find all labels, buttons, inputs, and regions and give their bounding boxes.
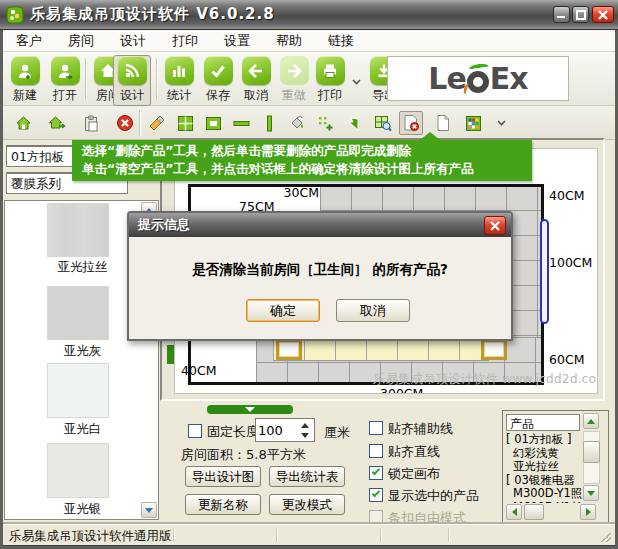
home-icon[interactable] [11, 111, 35, 135]
product-item[interactable]: M600D-Y1长 [506, 501, 582, 504]
tool-hint-tooltip: 选择“删除产品”工具，然后单击需要删除的产品即完成删除 单击“清空产品”工具，并… [72, 140, 532, 181]
product-list[interactable]: [ 01方扣板 ] 幻彩浅黄 亚光拉丝 [ 03银雅电器 M300D-Y1照 M… [506, 433, 582, 503]
export-design-button[interactable]: 导出设计图 [185, 466, 261, 487]
resize-grip[interactable] [601, 532, 611, 542]
product-scrollbar-thumb[interactable] [583, 441, 600, 463]
frame-icon[interactable] [201, 111, 225, 135]
scroll-down-button[interactable] [141, 502, 157, 518]
dialog-close-button[interactable] [484, 216, 506, 235]
design-button[interactable]: 设计 [113, 55, 151, 106]
vertical-bar-icon[interactable] [257, 111, 281, 135]
menu-bar: 客户 房间 设计 打印 设置 帮助 链接 [3, 30, 615, 52]
chevron-down-icon[interactable] [493, 111, 509, 135]
product-category[interactable]: [ 01方扣板 ] [506, 433, 582, 447]
menu-customer[interactable]: 客户 [3, 30, 55, 52]
product-item[interactable]: M300D-Y1照 [506, 487, 582, 501]
length-input[interactable] [258, 420, 296, 440]
arrow-left-icon [242, 56, 271, 85]
fixed-length-checkbox[interactable] [188, 424, 202, 438]
open-button[interactable]: 打开 [46, 56, 84, 104]
splitter-handle-vertical[interactable] [167, 345, 174, 364]
swatch-partial[interactable] [47, 519, 109, 520]
undo-button[interactable]: 取消 [237, 56, 275, 104]
swatch-matte-gray[interactable] [47, 286, 109, 340]
product-item[interactable]: 幻彩浅黄 [506, 447, 582, 461]
ok-button[interactable]: 确定 [246, 299, 320, 322]
title-bar: 乐易集成吊顶设计软件 V6.0.2.8 [0, 0, 618, 30]
swatch-label: 亚光灰 [5, 343, 159, 360]
swatch-matte-silver[interactable] [47, 443, 109, 498]
select-arrow-icon[interactable] [341, 111, 365, 135]
toolbar-separator [85, 58, 86, 100]
spin-up-icon[interactable] [298, 420, 312, 430]
open-person-icon [51, 56, 80, 85]
menu-print[interactable]: 打印 [159, 30, 211, 52]
product-header-field[interactable]: 产品 [506, 414, 580, 431]
minimize-button[interactable] [553, 6, 570, 23]
menu-links[interactable]: 链接 [315, 30, 367, 52]
palette-grid-icon[interactable] [461, 111, 485, 135]
show-selected-checkbox[interactable] [369, 488, 383, 502]
stop-icon[interactable] [113, 111, 137, 135]
close-button[interactable] [592, 6, 614, 23]
product-scroll-right-button[interactable] [580, 504, 596, 520]
dim-label: 40CM [549, 188, 584, 203]
dim-label: 100CM [549, 255, 592, 270]
save-button[interactable]: 保存 [199, 56, 237, 104]
length-stepper [255, 418, 315, 442]
menu-help[interactable]: 帮助 [263, 30, 315, 52]
dim-label: 30CM [275, 185, 319, 200]
swatch-label: 亚光银 [5, 501, 159, 518]
preview-grid-icon[interactable] [371, 111, 395, 135]
home-export-icon[interactable] [45, 111, 69, 135]
print-dropdown-icon[interactable] [352, 70, 361, 89]
cancel-button[interactable]: 取消 [336, 299, 410, 322]
brush-icon[interactable] [145, 111, 169, 135]
menu-room[interactable]: 房间 [55, 30, 107, 52]
product-scroll-up-button[interactable] [583, 413, 599, 429]
status-bar: 乐易集成吊顶设计软件通用版 [3, 524, 615, 545]
product-tree-panel: 产品 [ 01方扣板 ] 幻彩浅黄 亚光拉丝 [ 03银雅电器 M300D-Y1… [502, 410, 609, 523]
product-scroll-left-button[interactable] [506, 504, 522, 520]
snap-guide-checkbox[interactable] [369, 421, 383, 435]
stats-button[interactable]: 统计 [160, 56, 198, 104]
logo-o-icon [467, 71, 489, 93]
new-button[interactable]: 新建 [6, 56, 44, 104]
dialog-title-bar: 提示信息 [129, 213, 511, 237]
menu-settings[interactable]: 设置 [211, 30, 263, 52]
add-nodes-icon[interactable] [313, 111, 337, 135]
printer-icon [316, 56, 345, 85]
snap-line-checkbox[interactable] [369, 444, 383, 458]
window-title: 乐易集成吊顶设计软件 V6.0.2.8 [30, 5, 275, 24]
status-text: 乐易集成吊顶设计软件通用版 [9, 528, 172, 545]
splitter-handle-horizontal[interactable] [207, 405, 293, 414]
snap-guide-label: 贴齐辅助线 [388, 420, 453, 438]
main-toolbar: 新建 打开 房间 设计 统计 保存 取消 重做 [3, 52, 615, 106]
export-stats-button[interactable]: 导出统计表 [269, 466, 345, 487]
swatch-matte-white[interactable] [47, 363, 109, 418]
horizontal-bar-icon[interactable] [229, 111, 253, 135]
check-icon [204, 56, 233, 85]
app-logo-icon [6, 6, 24, 24]
menu-design[interactable]: 设计 [107, 30, 159, 52]
product-scroll-down-button[interactable] [583, 485, 599, 501]
change-mode-button[interactable]: 更改模式 [269, 494, 345, 515]
strip-free-mode-checkbox [369, 510, 383, 524]
update-name-button[interactable]: 更新名称 [185, 494, 261, 515]
lock-canvas-checkbox[interactable] [369, 466, 383, 480]
room-area-label: 房间面积：5.8平方米 [181, 446, 306, 464]
paste-icon[interactable] [79, 111, 103, 135]
spin-down-icon[interactable] [298, 430, 312, 440]
tile-grid-icon[interactable] [173, 111, 197, 135]
print-button[interactable]: 打印 [311, 56, 349, 104]
product-hscrollbar-thumb[interactable] [524, 504, 544, 520]
swatch-matte-brushed[interactable] [47, 203, 109, 257]
product-item[interactable]: 亚光拉丝 [506, 460, 582, 474]
bar-chart-icon [165, 56, 194, 85]
snap-line-label: 贴齐直线 [388, 443, 440, 461]
maximize-button[interactable] [572, 6, 589, 23]
paint-fill-icon[interactable] [285, 111, 309, 135]
product-category[interactable]: [ 03银雅电器 [506, 474, 582, 488]
dialog-title: 提示信息 [138, 216, 190, 234]
arrow-right-icon [280, 56, 309, 85]
